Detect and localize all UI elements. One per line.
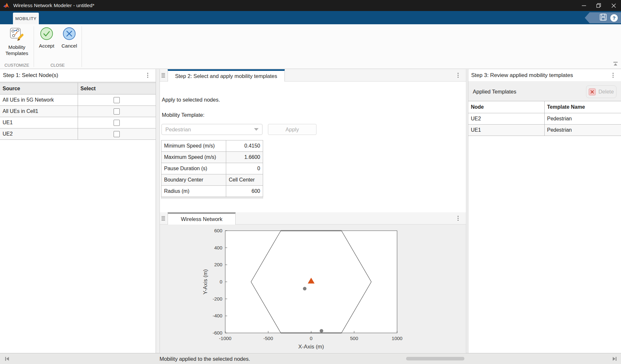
svg-text:-500: -500 [263,336,273,341]
node-source-cell: All UEs in 5G Network [0,94,78,106]
mobility-templates-label: Mobility Templates [6,44,28,56]
node-row[interactable]: All UEs in Cell1 [0,106,156,117]
template-parameter-table-body: Minimum Speed (m/s)0.4150Maximum Speed (… [161,140,263,197]
node-source-cell: UE1 [0,117,78,128]
node-row[interactable]: UE2 [0,128,156,140]
parameter-row: Radius (m)600 [161,186,263,197]
quick-access-toolbar: ? [585,12,621,23]
cancel-label: Cancel [61,43,77,49]
step2-body: Apply to selected nodes. Mobility Templa… [160,82,466,212]
column-header-select: Select [78,83,156,94]
applied-template-row[interactable]: UE1Pedestrian [468,125,621,136]
column-header-template-name: Template Name [544,101,621,113]
parameter-value-cell[interactable]: Cell Center [226,174,263,186]
node-select-cell [78,128,156,140]
mobility-toolstrip: Mobility Templates Accept Cancel [0,24,621,69]
tab-step2[interactable]: Step 2: Select and apply mobility templa… [168,69,285,82]
svg-text:-400: -400 [213,313,222,318]
select-checkbox[interactable] [114,120,120,126]
section-label-customize: CUSTOMIZE [0,63,34,68]
applied-template-row[interactable]: UE2Pedestrian [468,113,621,125]
toolbar-divider [82,26,82,67]
network-menu-button[interactable] [455,215,461,222]
step1-panel: Step 1: Select Node(s) Source Select All… [0,69,156,353]
save-button[interactable] [599,13,607,22]
network-plot-area: -1000-50005001000-600-400-2000200400600X… [160,225,466,353]
step3-menu-button[interactable] [610,72,616,79]
parameter-label-cell: Pause Duration (s) [161,163,226,174]
node-select-table-body: All UEs in 5G NetworkAll UEs in Cell1UE1… [0,94,156,140]
svg-text:500: 500 [350,336,358,341]
template-parameter-table: Minimum Speed (m/s)0.4150Maximum Speed (… [161,140,263,197]
skip-to-end-icon[interactable] [612,356,617,363]
svg-text:-600: -600 [213,330,222,336]
apply-note: Apply to selected nodes. [162,97,220,103]
template-name-cell: Pedestrian [544,125,621,136]
apply-button[interactable]: Apply [268,124,316,135]
help-button[interactable]: ? [610,14,618,22]
skip-to-start-icon[interactable] [4,356,10,363]
cancel-button[interactable]: Cancel [59,27,79,49]
status-scrollbar-thumb[interactable] [406,357,464,360]
network-tabstrip: Wireless Network [160,212,466,225]
tab-wireless-network[interactable]: Wireless Network [168,212,236,225]
svg-text:1000: 1000 [392,336,402,341]
collapse-toolstrip-icon[interactable] [612,61,619,68]
template-name-cell: Pedestrian [544,113,621,125]
ue-marker [320,329,323,333]
node-select-cell [78,117,156,128]
node-row[interactable]: All UEs in 5G Network [0,94,156,106]
select-checkbox[interactable] [114,108,120,115]
dropdown-value: Pedestrian [165,127,254,133]
node-row[interactable]: UE1 [0,117,156,128]
applied-templates-label: Applied Templates [473,89,516,95]
parameter-value-cell[interactable]: 600 [226,186,263,197]
step3-header: Step 3: Review applied mobility template… [468,69,621,81]
svg-text:600: 600 [214,228,222,233]
title-bar: Wireless Network Modeler - untitled* [0,0,621,11]
status-message: Mobility applied to the selected nodes. [160,356,250,362]
node-cell: UE2 [468,113,544,125]
delete-x-icon [589,88,596,95]
y-axis-label: Y-Axis (m) [202,269,208,294]
step1-menu-button[interactable] [145,72,150,79]
applied-templates-bar: Applied Templates Delete [468,83,621,101]
delete-label: Delete [598,89,614,95]
select-checkbox[interactable] [114,131,120,137]
minimize-button[interactable] [576,0,591,11]
section-label-close: CLOSE [34,63,82,68]
restore-button[interactable] [591,0,606,11]
network-plot[interactable]: -1000-50005001000-600-400-2000200400600X… [160,225,466,353]
mobility-template-dropdown[interactable]: Pedestrian [161,124,262,135]
select-checkbox[interactable] [114,97,120,103]
step3-title: Step 3: Review applied mobility template… [471,72,573,79]
parameter-row: Minimum Speed (m/s)0.4150 [161,140,263,152]
drag-handle-icon[interactable] [161,72,166,79]
drag-handle-icon[interactable] [161,215,166,222]
parameter-row: Pause Duration (s)0 [161,163,263,174]
delete-button[interactable]: Delete [586,85,616,98]
svg-text:200: 200 [214,262,222,267]
parameter-value-cell[interactable]: 0 [226,163,263,174]
node-cell: UE1 [468,125,544,136]
parameter-table-scrollbar[interactable] [161,197,263,199]
svg-text:0: 0 [310,336,312,341]
app-content: Step 1: Select Node(s) Source Select All… [0,69,621,353]
parameter-row: Maximum Speed (m/s)1.6600 [161,152,263,163]
wireless-network-modeler-window: Wireless Network Modeler - untitled* MOB… [0,0,621,364]
step2-menu-button[interactable] [455,72,461,79]
parameter-value-cell[interactable]: 0.4150 [226,140,263,152]
close-button[interactable] [606,0,621,11]
wireless-network-panel: Wireless Network -1000-50005001000-600-4… [160,212,466,353]
svg-text:0: 0 [220,279,222,284]
window-title: Wireless Network Modeler - untitled* [13,3,94,8]
mobility-templates-button[interactable]: Mobility Templates [1,27,33,56]
accept-button[interactable]: Accept [37,27,57,49]
tab-mobility[interactable]: MOBILITY [13,13,39,24]
node-select-cell [78,94,156,106]
parameter-value-cell[interactable]: 1.6600 [226,152,263,163]
mobility-templates-icon [1,27,33,42]
svg-text:-200: -200 [213,296,222,302]
node-select-cell [78,106,156,117]
chevron-down-icon [254,128,259,131]
